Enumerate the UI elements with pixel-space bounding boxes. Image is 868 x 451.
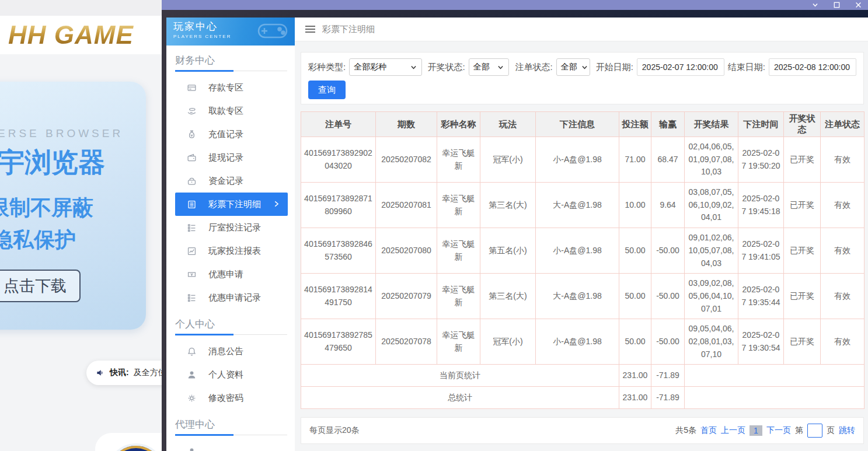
- draw-status-select[interactable]: 全部: [469, 58, 510, 76]
- lottery-type-label: 彩种类型:: [308, 62, 346, 73]
- query-button[interactable]: 查询: [308, 81, 346, 99]
- table-cell: 大-A盘@1.98: [536, 274, 619, 319]
- purse-icon: [187, 176, 197, 186]
- section-title: 财务中心: [175, 54, 286, 67]
- table-cell: 幸运飞艇新: [437, 228, 480, 274]
- table-cell: 401569173892846573560: [301, 228, 376, 274]
- sidebar-item-partial[interactable]: [166, 440, 295, 451]
- end-date-input[interactable]: [769, 58, 856, 76]
- sidebar: 玩家中心 PLAYERS CENTER 财务中心存款专区取款专区充值记录提现记录…: [166, 18, 295, 451]
- first-page-link[interactable]: 首页: [700, 425, 717, 436]
- window-maximize-button[interactable]: [833, 1, 841, 9]
- bets-table: 注单号期数彩种名称玩法下注信息投注额输赢开奖结果下注时间开奖状态注单状态 401…: [301, 111, 864, 409]
- sidebar-item-label: 优惠申请记录: [208, 292, 261, 303]
- table-cell: 幸运飞艇新: [437, 137, 480, 183]
- chevron-down-icon: [811, 1, 819, 9]
- section-title: 代理中心: [175, 418, 286, 431]
- table-cell: 03,09,02,08,05,06,04,10,07,01: [685, 274, 738, 319]
- table-cell: 冠军(小): [480, 319, 536, 365]
- table-row: 40156917389284657356020250207080幸运飞艇新第五名…: [301, 228, 864, 274]
- jump-button[interactable]: 跳转: [839, 425, 855, 436]
- end-date-label: 结束日期:: [728, 62, 765, 73]
- close-icon: [855, 1, 862, 9]
- site-logo-band: HH GAME: [0, 16, 162, 54]
- left-browser-pane: HH GAME ERSE BROWSER 宇浏览器 限制不屏蔽 隐私保护 点击下…: [0, 0, 162, 451]
- deposit-card-icon: [187, 83, 197, 93]
- next-page-link[interactable]: 下一页: [766, 425, 791, 436]
- start-date-input[interactable]: [637, 58, 724, 76]
- column-header: 期数: [376, 112, 437, 137]
- table-cell: 401569173892871809960: [301, 183, 376, 228]
- page-size-text: 每页显示20条: [309, 425, 360, 436]
- speaker-icon: [96, 368, 105, 377]
- draw-status-value: 全部: [473, 62, 490, 72]
- summary-cell: 231.00: [619, 387, 651, 409]
- sidebar-item-优惠申请记录[interactable]: 优惠申请记录: [166, 286, 295, 309]
- table-cell: -50.00: [651, 228, 685, 274]
- table-cell: 2025-02-07 19:41:05: [738, 228, 784, 274]
- summary-cell: 当前页统计: [301, 365, 619, 387]
- site-logo: HH GAME: [8, 20, 134, 50]
- table-cell: 50.00: [619, 319, 651, 365]
- content: 彩票下注明细 彩种类型: 全部彩种 开奖状态:: [295, 18, 868, 451]
- total-count-text: 共5条: [675, 425, 696, 436]
- pagination-bar: 每页显示20条 共5条 首页 上一页 1 下一页 第 页 跳转: [301, 417, 864, 444]
- jump-prefix: 第: [795, 425, 803, 436]
- section-title: 个人中心: [175, 317, 286, 331]
- money-bag-icon: [187, 130, 197, 139]
- sidebar-item-厅室投注记录[interactable]: 厅室投注记录: [166, 216, 295, 239]
- sidebar-item-取款专区[interactable]: 取款专区: [166, 99, 295, 123]
- table-cell: 有效: [821, 319, 864, 365]
- summary-row: 总统计231.00-71.89: [301, 387, 864, 409]
- lottery-type-select[interactable]: 全部彩种: [349, 58, 421, 76]
- sidebar-item-修改密码[interactable]: 修改密码: [166, 386, 295, 410]
- sidebar-item-玩家投注报表[interactable]: 玩家投注报表: [166, 239, 295, 263]
- download-button[interactable]: 点击下载: [0, 270, 81, 302]
- sidebar-item-资金记录[interactable]: 资金记录: [166, 169, 295, 193]
- coupon-icon: [187, 270, 197, 279]
- table-cell: 第三名(大): [480, 274, 536, 319]
- prev-page-link[interactable]: 上一页: [721, 425, 745, 436]
- table-cell: 已开奖: [784, 274, 821, 319]
- sidebar-sections: 财务中心存款专区取款专区充值记录提现记录资金记录彩票下注明细厅室投注记录玩家投注…: [166, 54, 295, 451]
- sidebar-item-充值记录[interactable]: 充值记录: [166, 123, 295, 146]
- screen: HH GAME ERSE BROWSER 宇浏览器 限制不屏蔽 隐私保护 点击下…: [0, 0, 868, 451]
- banner-feature-line-1: 限制不屏蔽: [0, 194, 146, 222]
- table-cell: -50.00: [651, 319, 685, 365]
- chevron-down-icon: [581, 64, 588, 71]
- start-date-label: 开始日期:: [596, 62, 633, 73]
- table-cell: 20250207082: [376, 137, 437, 183]
- sidebar-header: 玩家中心 PLAYERS CENTER: [166, 18, 295, 46]
- column-header: 下注时间: [738, 112, 784, 137]
- window-minimize-button[interactable]: [811, 1, 819, 9]
- table-cell: 已开奖: [784, 319, 821, 365]
- column-header: 输赢: [651, 112, 685, 137]
- table-cell: 大-A盘@1.98: [536, 183, 619, 228]
- table-cell: 401569173892814491750: [301, 274, 376, 319]
- sidebar-item-提现记录[interactable]: 提现记录: [166, 146, 295, 169]
- table-cell: 已开奖: [784, 183, 821, 228]
- table-cell: 已开奖: [784, 228, 821, 274]
- section-divider: [175, 435, 287, 435]
- order-status-select[interactable]: 全部: [556, 58, 590, 76]
- gamepad-icon: [255, 19, 290, 42]
- bell-icon: [187, 347, 197, 356]
- table-cell: 09,05,04,06,02,08,01,03,07,10: [685, 319, 738, 365]
- browser-download-banner: ERSE BROWSER 宇浏览器 限制不屏蔽 隐私保护 点击下载: [0, 82, 146, 330]
- sidebar-item-彩票下注明细[interactable]: 彩票下注明细: [175, 193, 288, 216]
- hamburger-icon[interactable]: [305, 26, 315, 33]
- checklist-icon: [187, 293, 197, 303]
- jump-page-input[interactable]: [807, 424, 822, 438]
- current-page-badge: 1: [750, 425, 762, 436]
- sidebar-item-label: 个人资料: [208, 369, 243, 380]
- sidebar-item-优惠申请[interactable]: 优惠申请: [166, 263, 295, 286]
- sidebar-item-个人资料[interactable]: 个人资料: [166, 363, 295, 386]
- person-icon: [187, 370, 197, 380]
- page-title: 彩票下注明细: [322, 24, 375, 35]
- sidebar-item-label: 消息公告: [208, 346, 243, 357]
- window-close-button[interactable]: [855, 1, 862, 9]
- sidebar-item-消息公告[interactable]: 消息公告: [166, 340, 295, 363]
- sidebar-item-存款专区[interactable]: 存款专区: [166, 76, 295, 99]
- table-cell: 第三名(大): [480, 183, 536, 228]
- column-header: 下注信息: [536, 112, 619, 137]
